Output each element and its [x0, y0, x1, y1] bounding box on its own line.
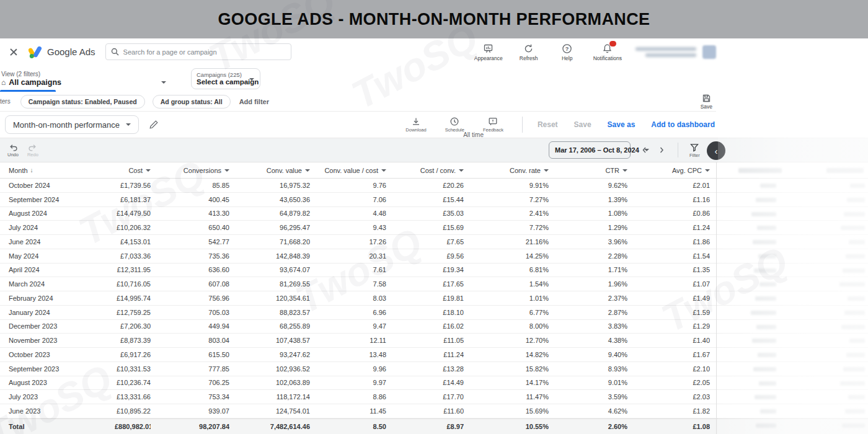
chevron-down-icon — [126, 123, 131, 126]
column-header-conv-value[interactable]: Conv. value — [229, 167, 310, 174]
table-row[interactable]: September 2024 £6,181.37 400.45 43,650.3… — [0, 193, 868, 207]
redo-icon — [28, 143, 38, 152]
report-title: Month-on-month performance — [13, 120, 120, 130]
column-header-conversions[interactable]: Conversions — [151, 167, 229, 174]
chevron-down-icon — [161, 81, 166, 84]
page-banner: GOOGLE ADS - MONTH-ON-MONTH PERFORMANCE — [0, 0, 868, 38]
filter-chip-campaign-status[interactable]: Campaign status: Enabled, Paused — [20, 95, 145, 108]
divider — [716, 162, 717, 434]
table-row[interactable]: October 2023 £6,917.26 615.50 93,247.62 … — [0, 348, 868, 362]
month-cell: September 2023 — [0, 365, 115, 373]
month-cell: October 2023 — [0, 351, 115, 358]
appearance-button[interactable]: Appearance — [474, 43, 503, 61]
reset-button[interactable]: Reset — [538, 120, 558, 129]
funnel-icon — [689, 143, 699, 152]
active-tab-underline — [0, 90, 56, 92]
table-row[interactable]: January 2024 £12,759.25 705.03 88,823.57… — [0, 306, 868, 320]
view-selector[interactable]: View (2 filters) ⌂ All campaigns — [0, 65, 179, 92]
undo-button[interactable]: Undo — [7, 143, 19, 157]
chevron-down-icon — [622, 169, 627, 172]
feedback-button[interactable]: Feedback — [483, 117, 503, 133]
view-value: All campaigns — [9, 78, 61, 87]
divider — [522, 117, 523, 133]
table-row[interactable]: August 2024 £14,479.50 413.30 64,879.82 … — [0, 207, 868, 221]
table-row[interactable]: June 2023 £10,895.22 939.07 124,754.01 1… — [0, 404, 868, 418]
refresh-button[interactable]: Refresh — [516, 43, 541, 61]
account-info-blurred — [636, 47, 696, 57]
month-cell: January 2024 — [0, 309, 115, 316]
filter-bar: ters Campaign status: Enabled, Paused Ad… — [0, 92, 716, 112]
next-period-button[interactable] — [658, 146, 665, 154]
column-header-ctr[interactable]: CTR — [549, 167, 627, 174]
save-as-button[interactable]: Save as — [608, 120, 636, 129]
column-header-month[interactable]: Month ↓ — [0, 167, 115, 174]
report-selector[interactable]: Month-on-month performance — [5, 115, 139, 134]
date-range-value: Mar 17, 2006 – Oct 8, 2024 — [555, 146, 639, 154]
table-row[interactable]: June 2024 £4,153.01 542.77 71,668.20 17.… — [0, 235, 868, 249]
collapse-panel-button[interactable]: ‹ — [707, 141, 725, 160]
filter-chip-ad-group-status[interactable]: Ad group status: All — [153, 95, 231, 108]
divider — [678, 143, 678, 157]
report-actions: Download Schedule Feedba — [405, 117, 716, 133]
chevron-down-icon — [705, 169, 710, 172]
table-row[interactable]: April 2024 £12,311.95 636.60 93,674.07 7… — [0, 264, 868, 278]
download-icon — [411, 117, 421, 126]
table-row[interactable]: September 2023 £10,331.53 777.85 102,936… — [0, 362, 868, 376]
month-cell: November 2023 — [0, 337, 115, 344]
table-row[interactable]: December 2023 £7,206.30 449.94 68,255.89… — [0, 320, 868, 334]
table-row[interactable]: July 2023 £13,331.66 753.34 118,172.14 8… — [0, 390, 868, 404]
table-body: October 2024 £1,739.56 85.85 16,975.32 9… — [0, 179, 868, 418]
table-row[interactable]: February 2024 £14,995.74 756.96 120,354.… — [0, 291, 868, 306]
chevron-down-icon — [544, 169, 549, 172]
help-button[interactable]: ? Help — [555, 43, 580, 61]
table-row[interactable]: October 2024 £1,739.56 85.85 16,975.32 9… — [0, 179, 868, 193]
month-cell: June 2023 — [0, 407, 115, 415]
add-filter-button[interactable]: Add filter — [239, 98, 269, 105]
campaign-selector[interactable]: Campaigns (225) Select a campaign — [191, 68, 260, 89]
column-header-cost-conv[interactable]: Cost / conv. — [386, 167, 464, 174]
notifications-button[interactable]: Notifications — [593, 43, 622, 61]
add-to-dashboard-button[interactable]: Add to dashboard — [651, 120, 715, 129]
brand-name: Google Ads — [47, 46, 95, 57]
notifications-icon — [602, 43, 613, 54]
edit-report-button[interactable] — [149, 120, 159, 130]
sort-descending-icon: ↓ — [30, 167, 33, 174]
avatar[interactable] — [702, 45, 716, 59]
table-filter-button[interactable]: Filter — [689, 143, 700, 158]
month-cell: May 2024 — [0, 252, 115, 260]
topbar-actions: Appearance Refresh ? Help — [474, 42, 622, 61]
notification-badge — [609, 41, 616, 46]
save-view-button[interactable]: Save — [701, 94, 712, 110]
feedback-icon — [488, 117, 498, 126]
search-icon — [111, 48, 119, 56]
chevron-down-icon — [224, 169, 229, 172]
month-cell: August 2023 — [0, 379, 115, 386]
table-row[interactable]: August 2023 £10,236.74 706.25 102,063.89… — [0, 376, 868, 391]
date-range-selector[interactable]: Mar 17, 2006 – Oct 8, 2024 — [549, 141, 631, 159]
previous-period-button[interactable] — [640, 146, 648, 154]
chevron-down-icon — [381, 169, 386, 172]
chevron-down-icon — [249, 78, 254, 81]
close-icon[interactable] — [9, 47, 19, 57]
topbar: Google Ads Search for a page or campaign — [0, 38, 716, 65]
table-row[interactable]: May 2024 £7,033.36 735.36 142,848.39 20.… — [0, 249, 868, 264]
table-toolbar: Undo Redo Mar 17, 2006 – Oct 8, 2024 — [0, 138, 868, 162]
schedule-icon — [450, 117, 459, 126]
month-cell: February 2024 — [0, 294, 115, 302]
table-row[interactable]: July 2024 £10,206.32 650.40 96,295.47 9.… — [0, 221, 868, 235]
column-header-cost[interactable]: Cost — [115, 167, 151, 174]
search-input[interactable]: Search for a page or campaign — [105, 43, 291, 60]
screen: GOOGLE ADS - MONTH-ON-MONTH PERFORMANCE … — [0, 0, 868, 434]
column-header-conv-value-cost[interactable]: Conv. value / cost — [310, 167, 386, 174]
schedule-button[interactable]: Schedule — [445, 117, 464, 133]
redo-button[interactable]: Redo — [27, 143, 38, 157]
save-button[interactable]: Save — [574, 120, 591, 129]
column-header-conv-rate[interactable]: Conv. rate — [464, 167, 549, 174]
undo-icon — [8, 143, 18, 152]
pencil-icon — [149, 120, 159, 130]
month-cell: December 2023 — [0, 322, 115, 330]
column-header-avg-cpc[interactable]: Avg. CPC — [627, 167, 710, 174]
table-row[interactable]: March 2024 £10,716.05 607.08 81,269.55 7… — [0, 277, 868, 291]
table-row[interactable]: November 2023 £8,873.39 803.04 107,438.5… — [0, 334, 868, 348]
download-button[interactable]: Download — [405, 117, 426, 133]
